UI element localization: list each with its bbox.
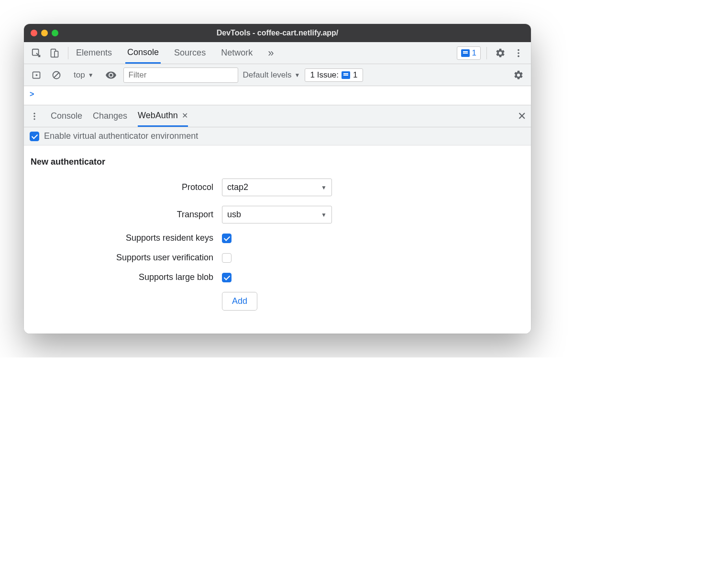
context-selector[interactable]: top ▼ bbox=[74, 70, 94, 80]
log-levels-selector[interactable]: Default levels ▼ bbox=[243, 70, 300, 80]
device-toolbar-icon[interactable] bbox=[47, 45, 62, 61]
drawer-tab-console[interactable]: Console bbox=[51, 105, 82, 127]
svg-point-11 bbox=[33, 118, 35, 120]
tab-sources[interactable]: Sources bbox=[172, 42, 208, 64]
console-sidebar-toggle-icon[interactable] bbox=[29, 67, 44, 83]
traffic-lights bbox=[31, 30, 58, 36]
user-verification-label: Supports user verification bbox=[31, 253, 222, 263]
drawer-tabs: Console Changes WebAuthn ✕ ✕ bbox=[24, 105, 531, 127]
large-blob-row: Supports large blob bbox=[31, 272, 524, 282]
form-title: New authenticator bbox=[31, 157, 524, 167]
tab-console[interactable]: Console bbox=[125, 42, 161, 64]
resident-keys-row: Supports resident keys bbox=[31, 233, 524, 243]
resident-keys-checkbox[interactable] bbox=[222, 234, 232, 243]
inspect-element-icon[interactable] bbox=[29, 45, 44, 61]
svg-point-9 bbox=[33, 112, 35, 114]
transport-select[interactable]: usb ▼ bbox=[222, 206, 332, 223]
drawer-close-icon[interactable]: ✕ bbox=[518, 110, 526, 123]
minimize-window-button[interactable] bbox=[41, 30, 48, 36]
dropdown-caret-icon: ▼ bbox=[295, 72, 300, 78]
svg-point-4 bbox=[518, 52, 519, 54]
devtools-window: DevTools - coffee-cart.netlify.app/ Elem… bbox=[24, 24, 531, 334]
user-verification-checkbox[interactable] bbox=[222, 253, 232, 263]
close-tab-icon[interactable]: ✕ bbox=[182, 111, 188, 120]
separator bbox=[486, 47, 487, 59]
live-expression-icon[interactable] bbox=[103, 67, 119, 83]
issues-icon bbox=[342, 71, 350, 79]
dropdown-caret-icon: ▼ bbox=[321, 184, 327, 191]
svg-line-8 bbox=[54, 73, 59, 78]
tab-elements[interactable]: Elements bbox=[74, 42, 114, 64]
enable-label: Enable virtual authenticator environment bbox=[44, 131, 198, 141]
window-title: DevTools - coffee-cart.netlify.app/ bbox=[24, 29, 531, 37]
user-verification-row: Supports user verification bbox=[31, 253, 524, 263]
drawer-tab-changes[interactable]: Changes bbox=[93, 105, 127, 127]
console-settings-icon[interactable] bbox=[511, 67, 526, 83]
protocol-label: Protocol bbox=[31, 182, 222, 192]
transport-row: Transport usb ▼ bbox=[31, 206, 524, 223]
new-authenticator-form: New authenticator Protocol ctap2 ▼ Trans… bbox=[24, 145, 531, 334]
issues-icon bbox=[461, 49, 470, 57]
add-authenticator-button[interactable]: Add bbox=[222, 292, 257, 311]
context-label: top bbox=[74, 70, 85, 80]
drawer-tab-webauthn[interactable]: WebAuthn ✕ bbox=[138, 105, 188, 127]
issues-count: 1 bbox=[472, 48, 476, 58]
large-blob-label: Supports large blob bbox=[31, 272, 222, 282]
settings-icon[interactable] bbox=[493, 45, 508, 61]
console-toolbar: top ▼ Default levels ▼ 1 Issue: 1 bbox=[24, 64, 531, 86]
transport-value: usb bbox=[227, 210, 241, 220]
transport-label: Transport bbox=[31, 210, 222, 220]
console-filter-input[interactable] bbox=[123, 67, 238, 83]
drawer-tab-webauthn-label: WebAuthn bbox=[138, 111, 178, 121]
clear-console-icon[interactable] bbox=[49, 67, 64, 83]
protocol-row: Protocol ctap2 ▼ bbox=[31, 178, 524, 196]
close-window-button[interactable] bbox=[31, 30, 37, 36]
more-tabs-icon[interactable]: » bbox=[266, 42, 276, 64]
tab-network[interactable]: Network bbox=[219, 42, 254, 64]
svg-point-3 bbox=[518, 49, 519, 51]
svg-point-10 bbox=[33, 115, 35, 117]
dropdown-caret-icon: ▼ bbox=[321, 212, 327, 218]
titlebar: DevTools - coffee-cart.netlify.app/ bbox=[24, 24, 531, 42]
resident-keys-label: Supports resident keys bbox=[31, 233, 222, 243]
add-row: Add bbox=[31, 292, 524, 311]
svg-rect-2 bbox=[55, 51, 58, 57]
zoom-window-button[interactable] bbox=[52, 30, 58, 36]
large-blob-checkbox[interactable] bbox=[222, 273, 232, 282]
console-body[interactable]: > bbox=[24, 86, 531, 105]
main-toolbar: Elements Console Sources Network » 1 bbox=[24, 42, 531, 64]
svg-point-5 bbox=[518, 55, 519, 57]
more-options-icon[interactable] bbox=[511, 45, 526, 61]
main-tabs: Elements Console Sources Network » bbox=[74, 42, 276, 64]
protocol-select[interactable]: ctap2 ▼ bbox=[222, 178, 332, 196]
console-prompt-icon: > bbox=[30, 90, 34, 98]
levels-label: Default levels bbox=[243, 70, 292, 80]
separator bbox=[68, 47, 68, 59]
open-issues-button[interactable]: 1 bbox=[457, 46, 481, 60]
console-issues-button[interactable]: 1 Issue: 1 bbox=[305, 68, 363, 82]
protocol-value: ctap2 bbox=[227, 182, 248, 192]
issue-label: 1 Issue: bbox=[310, 70, 339, 80]
issue-num: 1 bbox=[353, 70, 357, 80]
drawer-more-icon[interactable] bbox=[29, 109, 40, 124]
enable-virtual-authenticator-checkbox[interactable] bbox=[30, 132, 39, 141]
webauthn-enable-bar: Enable virtual authenticator environment bbox=[24, 127, 531, 145]
dropdown-caret-icon: ▼ bbox=[88, 72, 94, 78]
